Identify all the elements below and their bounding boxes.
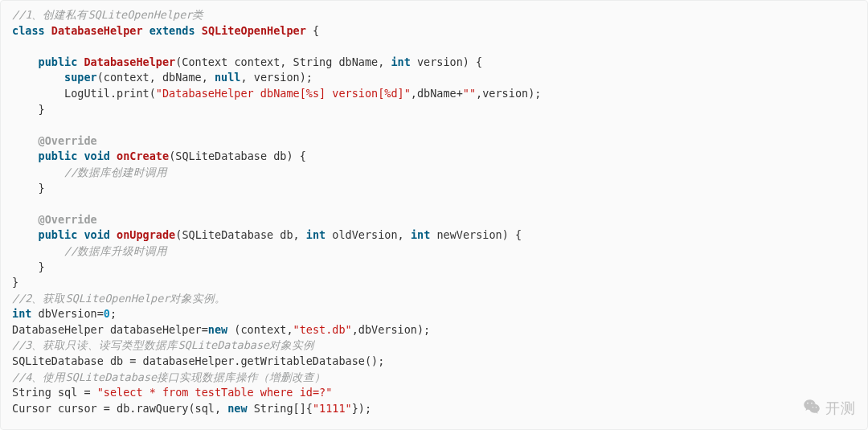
code-text: (SQLiteDatabase db, [175,228,306,241]
string-literal: "1111" [313,402,352,415]
comment-line: //数据库创建时调用 [64,166,167,178]
code-text: SQLiteDatabase db = databaseHelper.getWr… [12,354,384,367]
code-text: String sql = [12,386,97,399]
comment-line: //数据库升级时调用 [64,244,167,257]
code-text: (SQLiteDatabase db) { [169,149,306,162]
keyword-new: new [208,323,227,336]
string-literal: "test.db" [293,323,352,336]
keyword-int: int [12,307,31,320]
code-text: , version); [241,71,313,84]
code-text: newVersion) { [430,228,522,241]
code-text: ; [110,307,117,320]
keyword-int: int [306,228,326,241]
annotation-override: @Override [39,134,97,147]
code-text: ,dbName+ [411,87,463,100]
keyword-super: super [64,71,97,84]
number-literal: 0 [104,307,110,320]
keyword-int: int [411,228,430,241]
annotation-override: @Override [39,213,97,226]
code-text: LogUtil.print( [64,87,156,100]
keyword-void: void [84,228,110,241]
code-text: }); [352,402,371,415]
keyword-public: public [39,149,78,162]
code-text: ,version); [476,87,541,100]
code-text: version) { [411,55,482,68]
superclass-name: SQLiteOpenHelper [202,24,306,37]
comment-line: //4、使用SQLiteDatabase接口实现数据库操作（增删改查） [12,371,326,383]
string-literal: "" [463,87,476,100]
brace: } [39,260,45,273]
comment-line: //2、获取SQLiteOpenHelper对象实例。 [12,292,226,305]
code-text: String[]{ [248,402,313,415]
keyword-extends: extends [149,24,195,37]
brace: { [313,24,319,37]
code-text: dbVersion= [31,307,103,320]
keyword-new: new [227,402,247,415]
code-text: oldVersion, [326,228,411,241]
comment-line: //1、创建私有SQLiteOpenHelper类 [12,8,203,21]
brace: } [39,103,45,116]
code-block: //1、创建私有SQLiteOpenHelper类 class Database… [0,0,868,430]
constructor-name: DatabaseHelper [84,55,175,68]
code-text: ,dbVersion); [352,323,431,336]
comment-line: //3、获取只读、读写类型数据库SQLiteDatabase对象实例 [12,338,314,351]
brace: } [39,182,45,195]
code-text: (context, [227,323,293,336]
method-name: onCreate [117,149,169,162]
code-text: DatabaseHelper databaseHelper= [12,323,208,336]
watermark: 开测 [803,399,856,418]
class-name: DatabaseHelper [51,24,143,37]
string-literal: "select * from testTable where id=?" [97,386,333,399]
code-text: Cursor cursor = db.rawQuery(sql, [12,402,227,415]
code-content: //1、创建私有SQLiteOpenHelper类 class Database… [12,7,856,416]
keyword-class: class [12,24,45,37]
watermark-text: 开测 [825,399,856,418]
code-text: (Context context, String dbName, [175,55,391,68]
code-text: (context, dbName, [97,71,215,84]
brace: } [12,276,18,289]
keyword-public: public [39,228,78,241]
keyword-void: void [84,149,110,162]
keyword-public: public [39,55,78,68]
string-literal: "DatabaseHelper dbName[%s] version[%d]" [156,87,411,100]
wechat-icon [803,399,821,418]
keyword-int: int [391,55,410,68]
keyword-null: null [215,71,241,84]
method-name: onUpgrade [117,228,175,241]
